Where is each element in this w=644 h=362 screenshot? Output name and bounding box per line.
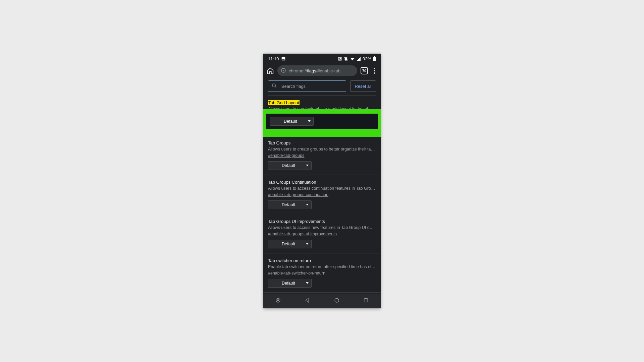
flag-select[interactable]: Default (268, 279, 312, 288)
battery-percent: 92% (363, 56, 371, 61)
select-value: Default (282, 242, 295, 246)
flag-item-tab-groups-ui-improvements: Tab Groups UI Improvements Allows users … (263, 214, 381, 253)
search-flags-input[interactable] (268, 80, 346, 92)
search-field[interactable] (281, 84, 343, 89)
flag-item-tab-grid-layout: Tab Grid Layout Allows users to see thei… (263, 96, 381, 136)
flag-select[interactable]: Default (270, 117, 314, 126)
flag-anchor-link[interactable]: #enable-tab-groups-continuation (268, 192, 328, 197)
tab-count-button[interactable]: 70 (361, 67, 368, 74)
svg-line-4 (275, 86, 276, 87)
svg-point-3 (272, 84, 275, 87)
info-icon (281, 68, 286, 74)
home-icon[interactable] (267, 67, 274, 74)
svg-rect-8 (364, 299, 368, 302)
flag-select[interactable]: Default (268, 240, 312, 248)
status-bar: 11:19 92% (263, 54, 381, 64)
flag-title: Tab Groups (268, 140, 290, 145)
picture-icon (281, 56, 286, 61)
select-value: Default (284, 119, 297, 124)
select-value: Default (282, 202, 295, 207)
flag-item-tab-groups-continuation: Tab Groups Continuation Allows users to … (263, 175, 381, 214)
url-bar[interactable]: chrome://flags/#enable-tab (277, 65, 357, 76)
chevron-down-icon (308, 120, 311, 122)
svg-point-6 (277, 300, 279, 301)
reset-all-button[interactable]: Reset all (350, 80, 376, 92)
text-caret (280, 83, 280, 89)
select-value: Default (282, 281, 295, 286)
overflow-menu-icon[interactable] (371, 68, 377, 74)
flag-description: Allows users to access continuation feat… (268, 186, 376, 191)
battery-icon (373, 56, 376, 61)
flag-description: Allows users to create groups to better … (268, 147, 376, 152)
svg-point-7 (335, 298, 339, 302)
chevron-down-icon (306, 204, 309, 205)
nav-bar (263, 294, 381, 308)
flag-select[interactable]: Default (268, 161, 312, 170)
status-time: 11:19 (268, 56, 279, 61)
nav-back-icon[interactable] (304, 297, 310, 305)
signal-icon (357, 57, 361, 61)
chevron-down-icon (306, 165, 309, 166)
flag-item-tab-switcher-on-return: Tab switcher on return Enable tab switch… (263, 253, 381, 293)
browser-toolbar: chrome://flags/#enable-tab 70 (263, 64, 381, 78)
mute-bell-icon (344, 57, 348, 61)
flag-anchor-link[interactable]: #enable-tab-groups (268, 153, 304, 158)
select-value: Default (282, 163, 295, 168)
flag-title: Tab Grid Layout (268, 100, 300, 105)
flag-description: Enable tab switcher on return after spec… (268, 264, 376, 269)
flag-title: Tab Groups UI Improvements (268, 219, 325, 224)
flag-select[interactable]: Default (268, 200, 312, 209)
phone-frame: 11:19 92% (263, 54, 381, 308)
search-icon (272, 83, 277, 89)
flag-item-tab-groups: Tab Groups Allows users to create groups… (263, 136, 381, 175)
highlight-callout: Default (263, 109, 381, 137)
flag-anchor-link[interactable]: #enable-tab-switcher-on-return (268, 271, 325, 276)
url-text: chrome://flags/#enable-tab (289, 68, 340, 73)
nav-overview-icon[interactable] (363, 297, 369, 305)
nfc-icon (338, 57, 342, 61)
flag-title: Tab Groups Continuation (268, 180, 316, 185)
chevron-down-icon (306, 243, 309, 245)
nav-recording-icon[interactable] (275, 297, 281, 305)
wifi-icon (350, 57, 355, 61)
page-content: Reset all Tab Grid Layout Allows users t… (263, 78, 381, 294)
flag-description: Allows users to access new features in T… (268, 225, 376, 230)
chevron-down-icon (306, 282, 309, 284)
flag-anchor-link[interactable]: #enable-tab-groups-ui-improvements (268, 232, 337, 236)
nav-home-icon[interactable] (334, 297, 340, 305)
flag-title: Tab switcher on return (268, 258, 311, 263)
